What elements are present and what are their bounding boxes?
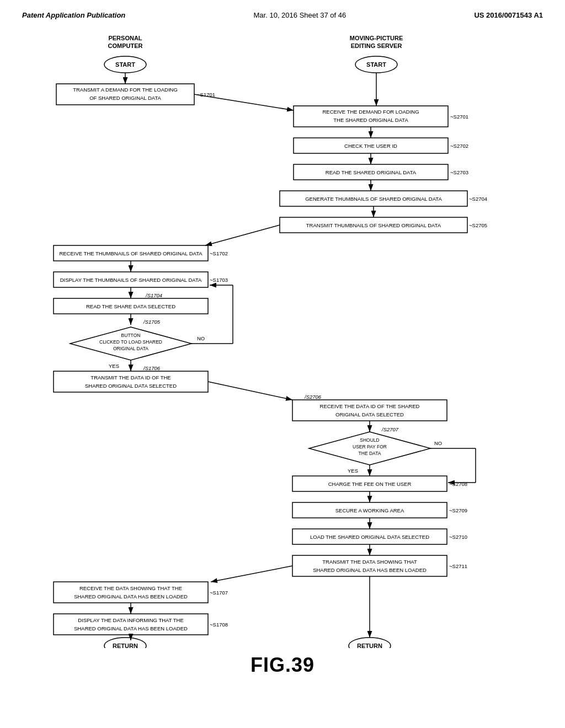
text-s1703: DISPLAY THE THUMBNAILS OF SHARED ORIGINA… — [60, 277, 202, 283]
text-s2703: READ THE SHARED ORIGINAL DATA — [326, 169, 417, 175]
label-s1704: /S1704 — [145, 292, 162, 298]
text-s2707-2: USER PAY FOR — [353, 444, 387, 449]
label-s2702: ~S2702 — [450, 143, 468, 149]
text-s1708-2: SHARED ORIGINAL DATA HAS BEEN LOADED — [74, 625, 188, 631]
text-s2711-2: SHARED ORIGINAL DATA HAS BEEN LOADED — [313, 567, 427, 573]
label-s2704: ~S2704 — [469, 196, 487, 202]
label-s1703: ~S1703 — [210, 277, 228, 283]
text-s2711-1: TRANSMIT THE DATA SHOWING THAT — [322, 559, 417, 565]
text-s1705-2: CLICKED TO LOAD SHARED — [99, 339, 162, 345]
start-right-text: START — [366, 61, 386, 68]
label-s2707: /S2707 — [381, 426, 399, 432]
text-s2704: GENERATE THUMBNAILS OF SHARED ORIGINAL D… — [305, 196, 442, 202]
fig-label: FIG.39 — [22, 654, 543, 677]
label-s2710: ~S2710 — [449, 534, 467, 540]
label-s2701: ~S2701 — [450, 114, 468, 120]
label-no: NO — [197, 335, 205, 341]
text-s2706-1: RECEIVE THE DATA ID OF THE SHARED — [320, 403, 420, 409]
col-right-label: MOVING-PICTURE — [350, 35, 403, 41]
text-s1705-3: ORIGINAL DATA — [113, 346, 148, 351]
text-s2707-3: THE DATA — [359, 451, 381, 456]
arrow-s1701-s2701 — [194, 94, 294, 110]
col-left-label2: COMPUTER — [108, 42, 143, 49]
col-right-label2: EDITING SERVER — [351, 42, 402, 49]
text-s1707-1: RECEIVE THE DATA SHOWING THAT THE — [79, 585, 182, 591]
label-no2: NO — [434, 440, 442, 446]
diagram-container: PERSONAL COMPUTER MOVING-PICTURE EDITING… — [23, 25, 542, 648]
return-right-text: RETURN — [357, 643, 382, 648]
label-s1708: ~S1708 — [210, 622, 228, 628]
text-s1701-1: TRANSMIT A DEMAND FOR THE LOADING — [73, 87, 178, 93]
text-s1708-1: DISPLAY THE DATA INFORMING THAT THE — [78, 617, 184, 623]
text-s2701-2: THE SHARED ORIGINAL DATA — [333, 117, 408, 123]
text-s2708: CHARGE THE FEE ON THE USER — [328, 481, 412, 487]
header-patent: US 2016/0071543 A1 — [474, 11, 543, 19]
text-s1705-1: BUTTON — [121, 333, 141, 338]
label-yes2: YES — [348, 468, 358, 474]
text-s2707-1: SHOULD — [360, 437, 379, 443]
header-date: Mar. 10, 2016 Sheet 37 of 46 — [254, 11, 347, 19]
text-s2706-2: ORIGINAL DATA SELECTED — [335, 411, 404, 417]
text-s1701-2: OF SHARED ORIGINAL DATA — [89, 95, 161, 101]
arrow-s2705-s1702 — [205, 225, 280, 245]
label-s2706: /S2706 — [304, 394, 322, 400]
header-publication: Patent Application Publication — [22, 11, 125, 19]
label-s2703: ~S2703 — [450, 169, 468, 175]
label-s1705: /S1705 — [143, 319, 161, 325]
arrow-s1706-s2706 — [208, 382, 292, 400]
text-s2709: SECURE A WORKING AREA — [335, 507, 404, 513]
flowchart-svg: PERSONAL COMPUTER MOVING-PICTURE EDITING… — [23, 25, 542, 648]
arrow-s2711-s1707 — [211, 566, 292, 582]
label-s1706: /S1706 — [143, 365, 161, 371]
label-s2708: ~S2708 — [449, 481, 467, 487]
text-s2710: LOAD THE SHARED ORIGINAL DATA SELECTED — [310, 534, 429, 540]
return-left-text: RETURN — [113, 643, 138, 648]
text-s1706-2: SHARED ORIGINAL DATA SELECTED — [85, 383, 177, 389]
label-s2711: ~S2711 — [449, 563, 467, 569]
label-s2705: ~S2705 — [469, 222, 487, 228]
text-s1707-2: SHARED ORIGINAL DATA HAS BEEN LOADED — [74, 593, 188, 599]
text-s2705: TRANSMIT THUMBNAILS OF SHARED ORIGINAL D… — [306, 222, 441, 228]
text-s1702: RECEIVE THE THUMBNAILS OF SHARED ORIGINA… — [59, 250, 202, 256]
label-yes: YES — [109, 363, 119, 369]
text-s1706-1: TRANSMIT THE DATA ID OF THE — [90, 374, 170, 381]
text-s2702: CHECK THE USER ID — [344, 143, 397, 149]
label-s1701: ~S1701 — [197, 92, 215, 98]
page: Patent Application Publication Mar. 10, … — [0, 0, 565, 728]
col-left-label: PERSONAL — [108, 35, 142, 41]
page-header: Patent Application Publication Mar. 10, … — [22, 11, 543, 19]
text-s1704: READ THE SHARE DATA SELECTED — [86, 303, 175, 309]
label-s2709: ~S2709 — [449, 507, 467, 513]
start-left-text: START — [115, 61, 135, 68]
label-s1707: ~S1707 — [210, 590, 228, 596]
label-s1702: ~S1702 — [210, 250, 228, 256]
text-s2701-1: RECEIVE THE DEMAND FOR LOADING — [322, 109, 419, 115]
